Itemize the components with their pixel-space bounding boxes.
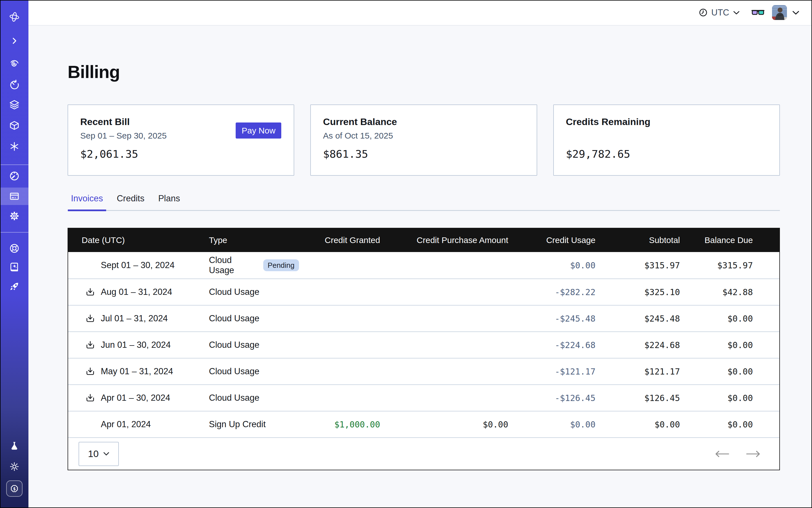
invoice-row: Aug 01 – 31, 2024 Cloud Usage -$282.22 $… — [68, 279, 779, 305]
layers-icon[interactable] — [0, 98, 29, 111]
invoice-date: Jul 01 – 31, 2024 — [101, 313, 168, 324]
download-invoice-icon[interactable] — [85, 366, 95, 377]
tab-plans[interactable]: Plans — [158, 194, 180, 210]
timezone-label: UTC — [711, 8, 729, 18]
invoice-row: Jul 01 – 31, 2024 Cloud Usage -$245.48 $… — [68, 305, 779, 331]
invoice-type: Cloud Usage — [209, 340, 259, 350]
card-title: Credits Remaining — [566, 116, 767, 127]
invoice-date: Jun 01 – 30, 2024 — [101, 340, 171, 350]
tab-credits[interactable]: Credits — [117, 194, 144, 210]
download-slot — [85, 366, 101, 377]
download-invoice-icon[interactable] — [85, 393, 95, 403]
table-header: Date (UTC) Type Credit Granted Credit Pu… — [68, 228, 779, 252]
credits-remaining-card: Credits Remaining $29,782.65 — [553, 104, 780, 176]
invoice-type: Cloud Usage — [209, 287, 259, 297]
pay-now-button[interactable]: Pay Now — [236, 123, 281, 138]
balance-due-value: $0.00 — [680, 393, 753, 403]
invoice-row: Sept 01 – 30, 2024 Cloud Usage Pending $… — [68, 252, 779, 279]
invoice-row: May 01 – 31, 2024 Cloud Usage -$121.17 $… — [68, 358, 779, 384]
timezone-selector[interactable]: UTC — [699, 8, 740, 18]
column-header-date: Date (UTC) — [68, 236, 195, 245]
invoice-type: Cloud Usage — [209, 313, 259, 324]
column-header-credit-granted: Credit Granted — [299, 236, 380, 245]
recent-bill-card: Recent Bill Sep 01 – Sep 30, 2025 $2,061… — [68, 104, 294, 176]
credits-dollar-badge-icon[interactable]: $ — [0, 480, 29, 497]
sidebar-divider — [0, 232, 29, 232]
current-balance-amount: $861.35 — [323, 148, 524, 160]
subtotal-value: $0.00 — [596, 420, 680, 429]
support-lifebuoy-icon[interactable] — [0, 242, 29, 255]
column-header-balance-due: Balance Due — [680, 236, 753, 245]
invoice-type: Cloud Usage — [209, 393, 259, 403]
sidebar: $ — [0, 0, 29, 508]
insights-icon[interactable] — [0, 57, 29, 70]
rocket-icon[interactable] — [0, 281, 29, 293]
app-logo-icon[interactable] — [0, 11, 29, 23]
table-footer: 10 — [68, 437, 779, 470]
docs-book-icon[interactable] — [0, 261, 29, 274]
tab-invoices[interactable]: Invoices — [71, 194, 103, 210]
credit-granted-value: $1,000.00 — [299, 420, 380, 429]
invoice-date: Aug 01 – 31, 2024 — [101, 287, 172, 297]
card-as-of-date: As of Oct 15, 2025 — [323, 131, 524, 141]
download-invoice-icon[interactable] — [85, 340, 95, 350]
credits-remaining-amount: $29,782.65 — [566, 148, 767, 160]
account-menu-chevron-icon[interactable] — [792, 9, 800, 16]
column-header-type: Type — [195, 236, 299, 245]
recent-bill-amount: $2,061.35 — [80, 148, 282, 160]
asterisk-icon[interactable] — [0, 140, 29, 153]
page-size-select[interactable]: 10 — [79, 442, 119, 466]
credit-usage-value: -$126.45 — [508, 393, 596, 403]
invoice-date: Apr 01 – 30, 2024 — [101, 393, 170, 403]
settings-gear-icon[interactable] — [0, 210, 29, 222]
subtotal-value: $325.10 — [596, 287, 680, 297]
usage-gauge-icon[interactable] — [0, 170, 29, 182]
credit-usage-value: -$224.68 — [508, 340, 596, 350]
subtotal-value: $224.68 — [596, 340, 680, 350]
user-avatar[interactable] — [772, 5, 787, 20]
page-title: Billing — [68, 62, 120, 82]
balance-due-value: $0.00 — [680, 420, 753, 429]
balance-due-value: $0.00 — [680, 340, 753, 350]
next-page-button[interactable] — [745, 450, 761, 458]
column-header-subtotal: Subtotal — [596, 236, 680, 245]
column-header-credit-purchase: Credit Purchase Amount — [380, 236, 508, 245]
download-slot — [85, 393, 101, 403]
download-invoice-icon[interactable] — [85, 313, 95, 324]
subtotal-value: $121.17 — [596, 367, 680, 377]
history-timer-icon[interactable] — [0, 79, 29, 91]
balance-due-value: $315.97 — [680, 260, 753, 270]
theme-sun-icon[interactable] — [0, 460, 29, 473]
sidebar-divider — [0, 164, 29, 165]
invoice-row: Jun 01 – 30, 2024 Cloud Usage -$224.68 $… — [68, 331, 779, 358]
credit-usage-value: $0.00 — [508, 420, 596, 429]
invoice-date: May 01 – 31, 2024 — [101, 366, 173, 377]
card-subtitle — [566, 131, 767, 141]
current-balance-card: Current Balance As of Oct 15, 2025 $861.… — [310, 104, 537, 176]
table-body: Sept 01 – 30, 2024 Cloud Usage Pending $… — [68, 252, 779, 437]
download-slot — [85, 287, 101, 297]
credit-usage-value: -$245.48 — [508, 314, 596, 324]
reader-glasses-icon[interactable] — [751, 8, 765, 17]
invoice-row: Apr 01 – 30, 2024 Cloud Usage -$126.45 $… — [68, 384, 779, 411]
previous-page-button[interactable] — [714, 450, 730, 458]
subtotal-value: $245.48 — [596, 314, 680, 324]
balance-due-value: $0.00 — [680, 314, 753, 324]
invoice-row: Apr 01, 2024 Sign Up Credit $1,000.00 $0… — [68, 411, 779, 437]
download-slot — [85, 313, 101, 324]
card-title: Current Balance — [323, 116, 524, 127]
credit-usage-value: $0.00 — [508, 260, 596, 270]
sandbox-cube-icon[interactable] — [0, 120, 29, 132]
page-size-value: 10 — [88, 448, 99, 459]
download-invoice-icon[interactable] — [85, 287, 95, 297]
expand-sidebar-icon[interactable] — [0, 35, 29, 47]
labs-flask-icon[interactable] — [0, 440, 29, 453]
chevron-down-icon — [103, 451, 109, 457]
invoice-type: Sign Up Credit — [209, 419, 266, 429]
column-header-credit-usage: Credit Usage — [508, 236, 596, 245]
balance-due-value: $0.00 — [680, 367, 753, 377]
status-badge: Pending — [263, 259, 299, 271]
billing-nav-icon[interactable] — [0, 190, 29, 203]
balance-due-value: $42.88 — [680, 287, 753, 297]
subtotal-value: $315.97 — [596, 260, 680, 270]
